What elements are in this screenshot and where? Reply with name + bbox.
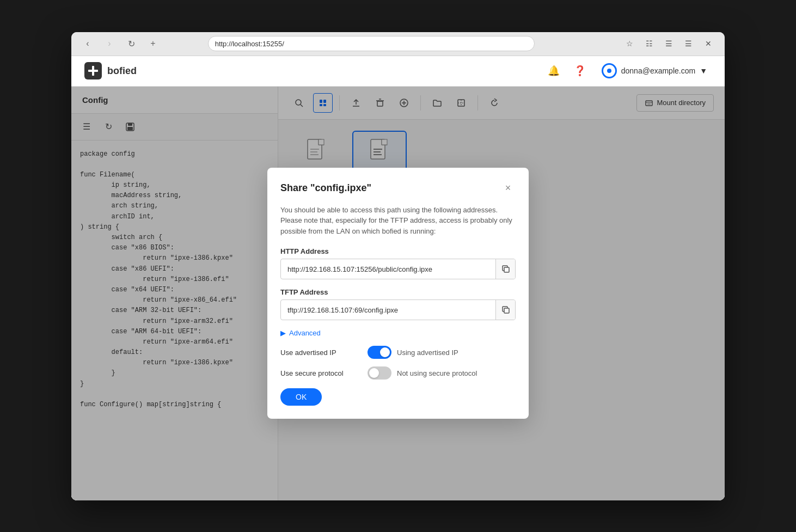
- secure-protocol-slider: [368, 366, 391, 380]
- app-header-right: 🔔 ❓ donna@example.com ▼: [545, 61, 712, 81]
- app-title: bofied: [107, 65, 137, 77]
- advanced-label: Advanced: [289, 329, 321, 337]
- tftp-address-input[interactable]: [281, 302, 495, 319]
- ok-button[interactable]: OK: [280, 388, 322, 406]
- svg-rect-34: [504, 308, 509, 313]
- secure-protocol-toggle[interactable]: [368, 366, 391, 380]
- logo-icon: [84, 62, 102, 80]
- back-button[interactable]: ‹: [80, 36, 95, 51]
- browser-window: ‹ › ↻ + http://localhost:15255/ ☆ ☷ ☰ ☰ …: [71, 32, 725, 500]
- main-content: Config ☰ ↻ package config func Filename(…: [71, 87, 725, 500]
- tftp-address-group: TFTP Address: [280, 288, 516, 320]
- copy-http-button[interactable]: [495, 259, 515, 279]
- menu-icon[interactable]: ☰: [681, 36, 696, 51]
- grid-icon[interactable]: ☷: [642, 36, 657, 51]
- url-text: http://localhost:15255/: [215, 40, 284, 48]
- modal-header: Share "config.ipxe" ×: [280, 181, 516, 196]
- new-tab-button[interactable]: +: [145, 36, 161, 51]
- svg-rect-33: [504, 267, 509, 272]
- secure-protocol-label: Use secure protocol: [280, 369, 368, 377]
- user-email: donna@example.com: [621, 66, 695, 75]
- dropdown-chevron-icon: ▼: [700, 66, 707, 75]
- app-header: bofied 🔔 ❓ donna@example.com ▼: [71, 56, 725, 87]
- http-address-input-wrapper: [280, 259, 516, 279]
- http-address-label: HTTP Address: [280, 247, 516, 255]
- reload-button[interactable]: ↻: [124, 36, 139, 51]
- advertised-ip-row: Use advertised IP Using advertised IP: [280, 346, 516, 359]
- share-modal: Share "config.ipxe" × You should be able…: [267, 168, 529, 419]
- advertised-ip-text: Using advertised IP: [397, 348, 458, 357]
- user-profile[interactable]: donna@example.com ▼: [597, 61, 712, 81]
- avatar: [602, 63, 617, 78]
- advertised-ip-label: Use advertised IP: [280, 348, 368, 357]
- app-logo: bofied: [84, 62, 137, 80]
- advanced-section: Use advertised IP Using advertised IP Us…: [280, 346, 516, 380]
- http-address-input[interactable]: [281, 261, 495, 278]
- close-browser-icon[interactable]: ✕: [701, 36, 716, 51]
- modal-title: Share "config.ipxe": [280, 182, 371, 194]
- address-bar[interactable]: http://localhost:15255/: [208, 36, 535, 51]
- modal-footer: OK: [280, 388, 516, 406]
- browser-toolbar-right: ☆ ☷ ☰ ☰ ✕: [622, 36, 716, 51]
- app-container: bofied 🔔 ❓ donna@example.com ▼: [71, 56, 725, 500]
- advanced-toggle-button[interactable]: ▶ Advanced: [280, 329, 321, 337]
- svg-rect-1: [92, 66, 94, 76]
- secure-protocol-row: Use secure protocol Not using secure pro…: [280, 366, 516, 380]
- help-icon[interactable]: ❓: [571, 62, 589, 80]
- advanced-chevron-icon: ▶: [280, 329, 286, 337]
- modal-description: You should be able to access this path u…: [280, 205, 516, 237]
- secure-protocol-text: Not using secure protocol: [397, 369, 477, 377]
- tftp-address-label: TFTP Address: [280, 288, 516, 296]
- forward-button[interactable]: ›: [102, 36, 117, 51]
- copy-tftp-button[interactable]: [495, 300, 515, 320]
- notification-icon[interactable]: 🔔: [545, 62, 562, 80]
- modal-close-button[interactable]: ×: [500, 181, 516, 196]
- tftp-address-input-wrapper: [280, 299, 516, 320]
- advertised-ip-toggle[interactable]: [368, 346, 391, 359]
- http-address-group: HTTP Address: [280, 247, 516, 279]
- browser-titlebar: ‹ › ↻ + http://localhost:15255/ ☆ ☷ ☰ ☰ …: [71, 32, 725, 56]
- star-icon[interactable]: ☆: [622, 36, 638, 51]
- library-icon[interactable]: ☰: [662, 36, 677, 51]
- modal-overlay[interactable]: Share "config.ipxe" × You should be able…: [71, 87, 725, 500]
- advertised-ip-slider: [368, 346, 391, 359]
